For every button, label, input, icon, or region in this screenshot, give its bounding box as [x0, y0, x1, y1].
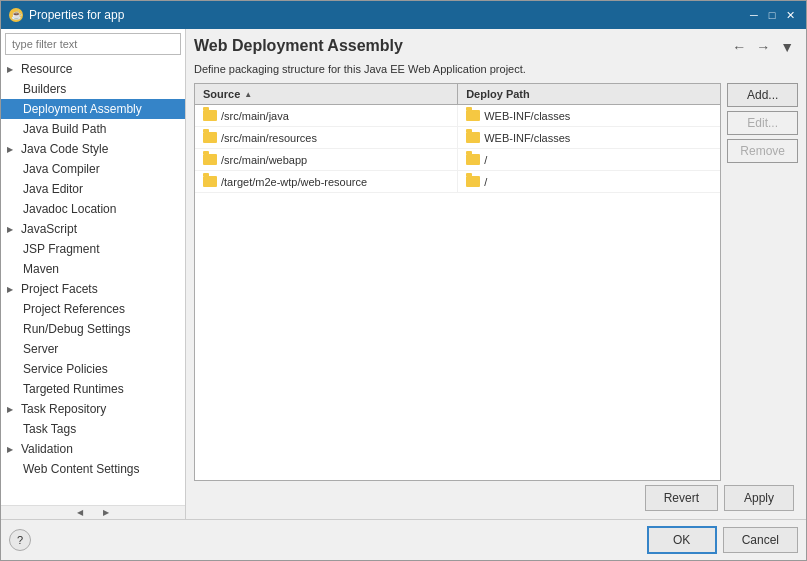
right-panel: Web Deployment Assembly ← → ▼ Define pac…: [186, 29, 806, 519]
table-row[interactable]: /src/main/resourcesWEB-INF/classes: [195, 127, 720, 149]
source-column-header: Source ▲: [195, 84, 458, 104]
deploy-path-cell: WEB-INF/classes: [458, 127, 720, 148]
sidebar-item[interactable]: Web Content Settings: [1, 459, 185, 479]
source-cell: /target/m2e-wtp/web-resource: [195, 171, 458, 192]
revert-apply-bar: Revert Apply: [194, 481, 798, 511]
help-button[interactable]: ?: [9, 529, 31, 551]
folder-icon: [203, 110, 217, 121]
folder-icon: [466, 176, 480, 187]
assembly-buttons: Add... Edit... Remove: [725, 83, 798, 481]
sidebar-item[interactable]: Builders: [1, 79, 185, 99]
sidebar-item[interactable]: Deployment Assembly: [1, 99, 185, 119]
folder-icon: [203, 176, 217, 187]
deploy-path-column-header: Deploy Path: [458, 84, 720, 104]
sidebar-item[interactable]: Service Policies: [1, 359, 185, 379]
sidebar-item[interactable]: Javadoc Location: [1, 199, 185, 219]
deploy-path-cell: /: [458, 149, 720, 170]
panel-description: Define packaging structure for this Java…: [194, 63, 798, 75]
title-bar: ☕ Properties for app ─ □ ✕: [1, 1, 806, 29]
sidebar-item[interactable]: Task Tags: [1, 419, 185, 439]
assembly-table: Source ▲ Deploy Path /src/main/javaWEB-I…: [194, 83, 721, 481]
scroll-left-icon[interactable]: ◀: [77, 508, 83, 517]
folder-icon: [203, 132, 217, 143]
table-body: /src/main/javaWEB-INF/classes/src/main/r…: [195, 105, 720, 480]
sidebar: ResourceBuildersDeployment AssemblyJava …: [1, 29, 186, 519]
sidebar-item[interactable]: JSP Fragment: [1, 239, 185, 259]
table-row[interactable]: /src/main/webapp/: [195, 149, 720, 171]
forward-button[interactable]: →: [752, 37, 774, 57]
apply-button[interactable]: Apply: [724, 485, 794, 511]
close-button[interactable]: ✕: [782, 7, 798, 23]
sidebar-item[interactable]: Java Build Path: [1, 119, 185, 139]
table-row[interactable]: /src/main/javaWEB-INF/classes: [195, 105, 720, 127]
source-cell: /src/main/java: [195, 105, 458, 126]
sidebar-item[interactable]: Task Repository: [1, 399, 185, 419]
sidebar-item[interactable]: Java Editor: [1, 179, 185, 199]
sidebar-item[interactable]: JavaScript: [1, 219, 185, 239]
sidebar-item[interactable]: Validation: [1, 439, 185, 459]
scroll-right-icon[interactable]: ▶: [103, 508, 109, 517]
sidebar-item[interactable]: Java Code Style: [1, 139, 185, 159]
deploy-path-cell: WEB-INF/classes: [458, 105, 720, 126]
window-title: Properties for app: [29, 8, 124, 22]
assembly-area: Source ▲ Deploy Path /src/main/javaWEB-I…: [194, 83, 798, 481]
app-icon: ☕: [9, 8, 23, 22]
sidebar-item[interactable]: Resource: [1, 59, 185, 79]
folder-icon: [203, 154, 217, 165]
sidebar-item[interactable]: Project Facets: [1, 279, 185, 299]
maximize-button[interactable]: □: [764, 7, 780, 23]
sidebar-item[interactable]: Run/Debug Settings: [1, 319, 185, 339]
cancel-button[interactable]: Cancel: [723, 527, 798, 553]
sidebar-list: ResourceBuildersDeployment AssemblyJava …: [1, 59, 185, 505]
remove-button[interactable]: Remove: [727, 139, 798, 163]
folder-icon: [466, 110, 480, 121]
ok-button[interactable]: OK: [647, 526, 717, 554]
sidebar-item[interactable]: Maven: [1, 259, 185, 279]
main-content: ResourceBuildersDeployment AssemblyJava …: [1, 29, 806, 519]
filter-input[interactable]: [5, 33, 181, 55]
panel-toolbar: ← → ▼: [728, 37, 798, 57]
sort-icon: ▲: [244, 90, 252, 99]
folder-icon: [466, 154, 480, 165]
bottom-left: ?: [9, 529, 31, 551]
back-button[interactable]: ←: [728, 37, 750, 57]
properties-window: ☕ Properties for app ─ □ ✕ ResourceBuild…: [0, 0, 807, 561]
folder-icon: [466, 132, 480, 143]
panel-title: Web Deployment Assembly: [194, 37, 403, 55]
table-row[interactable]: /target/m2e-wtp/web-resource/: [195, 171, 720, 193]
table-header: Source ▲ Deploy Path: [195, 84, 720, 105]
source-cell: /src/main/resources: [195, 127, 458, 148]
source-cell: /src/main/webapp: [195, 149, 458, 170]
title-controls: ─ □ ✕: [746, 7, 798, 23]
sidebar-item[interactable]: Targeted Runtimes: [1, 379, 185, 399]
sidebar-item[interactable]: Project References: [1, 299, 185, 319]
sidebar-item[interactable]: Java Compiler: [1, 159, 185, 179]
add-button[interactable]: Add...: [727, 83, 798, 107]
deploy-path-cell: /: [458, 171, 720, 192]
revert-button[interactable]: Revert: [645, 485, 718, 511]
sidebar-item[interactable]: Server: [1, 339, 185, 359]
minimize-button[interactable]: ─: [746, 7, 762, 23]
bottom-bar: ? OK Cancel: [1, 519, 806, 560]
edit-button[interactable]: Edit...: [727, 111, 798, 135]
scroll-indicator: ◀ ▶: [1, 505, 185, 519]
title-bar-left: ☕ Properties for app: [9, 8, 124, 22]
dropdown-button[interactable]: ▼: [776, 37, 798, 57]
